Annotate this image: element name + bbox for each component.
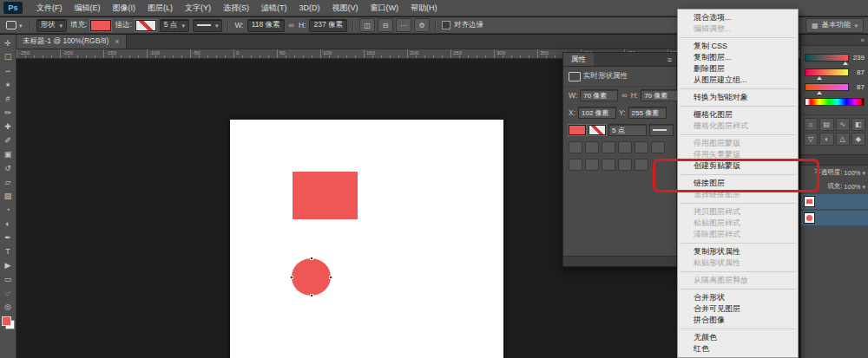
brush-tool[interactable]: ✐	[1, 133, 16, 147]
green-value[interactable]: 87	[852, 68, 865, 76]
context-menu-item[interactable]: 拷贝图层样式	[678, 206, 798, 218]
corner-radius-topright[interactable]	[602, 159, 615, 171]
close-icon[interactable]: ×	[115, 37, 119, 46]
context-menu-item[interactable]: 拼合图像	[678, 315, 798, 326]
context-menu-item[interactable]: 停用图层蒙版	[678, 138, 798, 149]
menubar-item[interactable]: 窗口(W)	[365, 0, 405, 16]
history-brush-tool[interactable]: ↺	[1, 161, 16, 175]
dodge-tool[interactable]: ◐	[1, 217, 16, 231]
layer-row-selected[interactable]	[801, 211, 868, 226]
workspace-switcher[interactable]: ▦ 基本功能 ▾	[806, 18, 864, 33]
path-operations-icon[interactable]: ◫	[359, 18, 375, 32]
stroke-color-swatch[interactable]	[589, 125, 606, 135]
context-menu-item[interactable]: 删除图层	[678, 63, 798, 75]
context-menu-item[interactable]: 合并可见图层	[678, 303, 798, 315]
exposure-icon[interactable]: ◧	[852, 118, 865, 131]
collapse-panels-icon[interactable]: »	[861, 36, 865, 44]
layer-fill-value[interactable]: 100%	[844, 183, 860, 191]
shape-x-input[interactable]: 102 像素	[578, 107, 616, 119]
hue-saturation-icon[interactable]: ◐	[819, 133, 833, 146]
context-menu-item[interactable]: 栅格化图层样式	[678, 120, 798, 132]
stroke-reset-icon[interactable]	[651, 141, 665, 153]
context-menu-item[interactable]: 粘贴图层样式	[678, 218, 798, 229]
context-menu-item[interactable]: 复制图层...	[678, 52, 798, 63]
fill-color-swatch[interactable]	[569, 125, 586, 135]
stroke-more-icon[interactable]	[635, 141, 648, 153]
slider-handle[interactable]	[817, 88, 822, 94]
hand-tool[interactable]: ☞	[1, 286, 16, 300]
shape-y-input[interactable]: 255 像素	[628, 107, 667, 119]
corner-radius-bottomleft[interactable]	[618, 159, 632, 171]
blur-tool[interactable]: ◔	[1, 203, 16, 217]
menubar-item[interactable]: 帮助(H)	[404, 0, 444, 16]
menubar-item[interactable]: 文字(Y)	[179, 0, 217, 16]
context-menu-item[interactable]: 转换为智能对象	[678, 92, 798, 103]
shape-anchor[interactable]	[310, 294, 313, 297]
shape-height-input[interactable]: 70 像素	[641, 89, 679, 101]
stroke-corner-icon[interactable]	[602, 141, 615, 153]
color-swatch-pair[interactable]	[2, 316, 15, 329]
rectangle-tool[interactable]: ▭	[1, 272, 16, 286]
red-value[interactable]: 239	[852, 54, 865, 62]
corner-radius-bottomright[interactable]	[635, 159, 648, 171]
rectangle-shape[interactable]	[293, 172, 358, 219]
crop-tool[interactable]: #	[1, 92, 16, 106]
red-slider[interactable]	[805, 54, 849, 62]
context-menu-item[interactable]: 栅格化图层	[678, 109, 798, 120]
properties-tab[interactable]: 属性	[563, 53, 594, 66]
type-tool[interactable]: T	[1, 244, 16, 258]
path-arrangement-icon[interactable]: ⋯	[396, 18, 411, 32]
link-dimensions-icon[interactable]: ∞	[621, 91, 628, 100]
context-menu-item[interactable]: 选择链接图层	[678, 189, 798, 200]
clone-stamp-tool[interactable]: ▣	[1, 147, 16, 161]
shape-anchor[interactable]	[310, 257, 313, 260]
zoom-tool[interactable]: ◎	[1, 300, 16, 314]
quick-selection-tool[interactable]: ✶	[1, 78, 16, 92]
slider-handle[interactable]	[817, 74, 822, 80]
fill-color-swatch[interactable]	[90, 20, 111, 31]
shape-width-input[interactable]: 70 像素	[580, 89, 618, 101]
blue-slider[interactable]	[805, 83, 849, 91]
eyedropper-tool[interactable]: ✏	[1, 106, 16, 120]
stroke-dash-icon[interactable]	[618, 141, 632, 153]
curves-icon[interactable]: ∿	[836, 118, 850, 131]
context-menu-item[interactable]: 复制 CSS	[678, 41, 798, 52]
path-selection-tool[interactable]: ▶	[1, 258, 16, 272]
menubar-item[interactable]: 图层(L)	[141, 0, 179, 16]
blue-value[interactable]: 87	[852, 83, 865, 91]
levels-icon[interactable]: ▤	[819, 118, 833, 131]
eraser-tool[interactable]: ▱	[1, 175, 16, 189]
shape-settings-gear-icon[interactable]: ⚙	[414, 18, 430, 32]
panel-menu-icon[interactable]: ≡	[663, 55, 676, 64]
menubar-item[interactable]: 图像(I)	[107, 0, 142, 16]
color-spectrum-ramp[interactable]	[805, 98, 865, 106]
align-edges-checkbox[interactable]	[442, 21, 450, 29]
context-menu-item[interactable]: 混合选项...	[678, 12, 798, 23]
context-menu-item[interactable]: 从图层建立组...	[678, 75, 798, 86]
shape-width-input[interactable]: 118 像素	[247, 19, 285, 32]
gradient-tool[interactable]: ▧	[1, 189, 16, 203]
menubar-item[interactable]: 滤镜(T)	[255, 0, 293, 16]
context-menu-item[interactable]: 红色	[678, 343, 798, 355]
spot-healing-tool[interactable]: ✚	[1, 120, 16, 133]
vibrance-icon[interactable]: ▽	[804, 133, 818, 146]
context-menu-item[interactable]: 清除图层样式	[678, 229, 798, 240]
stroke-color-swatch[interactable]	[135, 20, 156, 31]
shape-height-input[interactable]: 237 像素	[309, 19, 347, 32]
menubar-item[interactable]: 选择(S)	[217, 0, 255, 16]
tool-preset-picker[interactable]: ▾	[4, 21, 24, 29]
context-menu-item[interactable]: 合并形状	[678, 292, 798, 303]
black-white-icon[interactable]: ◆	[852, 133, 865, 146]
pen-tool[interactable]: ✒	[1, 231, 16, 244]
tool-mode-select[interactable]: 形状 ▾	[36, 19, 68, 32]
slider-handle[interactable]	[843, 59, 848, 65]
green-slider[interactable]	[805, 68, 849, 76]
layers-panel-tabs[interactable]	[801, 154, 868, 166]
menubar-item[interactable]: 视图(V)	[326, 0, 365, 16]
shape-anchor[interactable]	[290, 276, 293, 279]
document-canvas[interactable]	[230, 120, 503, 358]
foreground-color-swatch[interactable]	[2, 316, 11, 326]
context-menu-item[interactable]: 创建剪贴蒙版	[678, 160, 798, 172]
context-menu-item[interactable]: 粘贴形状属性	[678, 257, 798, 269]
context-menu-item[interactable]: 从隔离图层释放	[678, 275, 798, 286]
